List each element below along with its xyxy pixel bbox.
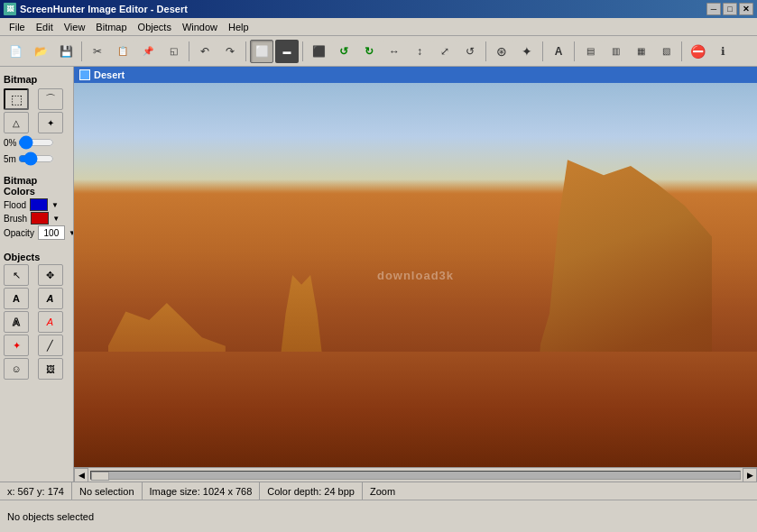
toolbar: 📄 📂 💾 ✂ 📋 📌 ◱ ↶ ↷ ⬜ ▬ ⬛ ↺ ↻ ↔ ↕ ⤢ ↺ ⊛ ✦ …: [0, 36, 757, 67]
flood-color-row: Flood ▼: [4, 198, 69, 211]
rect-select-tool[interactable]: ⬚: [4, 88, 29, 110]
scroll-thumb-h[interactable]: [91, 472, 109, 481]
tool-grid2[interactable]: ▥: [604, 40, 627, 63]
rubber-stamp-button[interactable]: ◱: [162, 40, 185, 63]
menu-bar: File Edit View Bitmap Objects Window Hel…: [0, 18, 757, 36]
brush-color-swatch[interactable]: [31, 212, 49, 225]
canvas-area: Desert download3k ◀: [74, 67, 757, 482]
coordinates-section: x: 567 y: 174: [0, 482, 72, 500]
menu-help[interactable]: Help: [223, 20, 254, 34]
scroll-right-button[interactable]: ▶: [743, 468, 757, 482]
text-button[interactable]: A: [547, 40, 570, 63]
rect-select-button[interactable]: ⬜: [250, 40, 273, 63]
info-button[interactable]: ℹ: [711, 40, 734, 63]
polygon-select-tool[interactable]: △: [4, 112, 29, 133]
image-tool[interactable]: 🖼: [38, 358, 63, 380]
rotate-ccw-button[interactable]: ↻: [357, 40, 381, 63]
app-icon: 🖼: [4, 3, 16, 15]
magic-wand-tool[interactable]: ✦: [38, 112, 63, 133]
scroll-track-h[interactable]: [90, 471, 741, 480]
text-curve-tool[interactable]: A: [38, 288, 63, 309]
bottom-panel: No objects selected: [0, 500, 757, 532]
brush-color-row: Brush ▼: [4, 212, 69, 225]
open-button[interactable]: 📂: [29, 40, 52, 63]
tool-grid1[interactable]: ▤: [578, 40, 602, 63]
objects-label: Objects: [4, 252, 69, 262]
canvas-title-bar: Desert: [74, 67, 757, 83]
paste-button[interactable]: 📌: [136, 40, 160, 63]
sep3: [245, 41, 246, 61]
menu-view[interactable]: View: [59, 20, 91, 34]
move-obj-tool[interactable]: ✥: [38, 264, 63, 286]
brush-label: Brush: [4, 214, 27, 224]
lasso-tool[interactable]: ⌒: [38, 88, 63, 110]
flood-color-swatch[interactable]: [30, 198, 48, 211]
color-adjust-button[interactable]: ⊛: [490, 40, 513, 63]
desert-image: download3k: [74, 83, 757, 467]
object-tools: ↖ ✥ A A A A ✦ ╱ ☺ 🖼: [4, 264, 69, 380]
scroll-left-button[interactable]: ◀: [74, 468, 88, 482]
menu-edit[interactable]: Edit: [31, 20, 59, 34]
menu-window[interactable]: Window: [177, 20, 223, 34]
tool-grid4[interactable]: ▧: [654, 40, 678, 63]
opacity-value-row: Opacity ▼: [4, 225, 69, 240]
opacity-percent-label: 0%: [4, 138, 16, 148]
close-button[interactable]: ✕: [739, 3, 753, 15]
smiley-tool[interactable]: ☺: [4, 358, 29, 380]
select-obj-tool[interactable]: ↖: [4, 264, 29, 286]
menu-objects[interactable]: Objects: [133, 20, 177, 34]
sep6: [542, 41, 543, 61]
opacity-value-label: Opacity: [4, 228, 34, 238]
bitmap-tools: ⬚ ⌒ △ ✦: [4, 88, 69, 133]
stop-button[interactable]: ⛔: [686, 40, 709, 63]
sep4: [302, 41, 303, 61]
flip-v-button[interactable]: ↕: [408, 40, 431, 63]
text-obj-tool[interactable]: A: [4, 288, 29, 309]
crop-button[interactable]: ⬛: [307, 40, 330, 63]
copy-button[interactable]: 📋: [111, 40, 134, 63]
flood-dropdown[interactable]: ▼: [51, 201, 59, 209]
new-button[interactable]: 📄: [4, 40, 27, 63]
bitmap-colors-label: Bitmap Colors: [4, 175, 69, 197]
canvas-container[interactable]: download3k: [74, 83, 757, 467]
size-slider[interactable]: [18, 153, 54, 164]
sep8: [681, 41, 682, 61]
tool-grid3[interactable]: ▦: [629, 40, 652, 63]
resize-button[interactable]: ⤢: [433, 40, 457, 63]
main-area: Bitmap ⬚ ⌒ △ ✦ 0% 5m Bitmap Colors Flood…: [0, 67, 757, 482]
toolbar-btn-dark[interactable]: ▬: [275, 40, 299, 63]
rotate-custom-button[interactable]: ↺: [458, 40, 482, 63]
sep2: [189, 41, 189, 61]
canvas-icon: [79, 69, 90, 80]
line-tool[interactable]: ╱: [38, 335, 63, 356]
zoom-text: Zoom: [370, 486, 395, 497]
window-controls: ─ □ ✕: [706, 3, 753, 15]
horizontal-scrollbar[interactable]: ◀ ▶: [74, 467, 757, 482]
status-bar: x: 567 y: 174 No selection Image size: 1…: [0, 482, 757, 500]
canvas-title: Desert: [94, 69, 125, 80]
menu-file[interactable]: File: [4, 20, 31, 34]
maximize-button[interactable]: □: [723, 3, 737, 15]
star-tool[interactable]: ✦: [4, 335, 29, 356]
cut-button[interactable]: ✂: [86, 40, 109, 63]
color-depth-section: Color depth: 24 bpp: [260, 482, 363, 500]
text-special-tool[interactable]: A: [38, 311, 63, 333]
size-row: 5m: [4, 153, 69, 164]
objects-status-text: No objects selected: [7, 511, 94, 522]
sep5: [485, 41, 486, 61]
effects-button[interactable]: ✦: [515, 40, 539, 63]
window-title: ScreenHunter Image Editor - Desert: [20, 4, 188, 14]
rotate-cw-button[interactable]: ↺: [332, 40, 355, 63]
text-outline-tool[interactable]: A: [4, 311, 29, 333]
save-button[interactable]: 💾: [54, 40, 78, 63]
sep1: [81, 41, 82, 61]
brush-dropdown[interactable]: ▼: [52, 215, 60, 223]
opacity-value-input[interactable]: [38, 225, 65, 240]
flip-h-button[interactable]: ↔: [383, 40, 406, 63]
menu-bitmap[interactable]: Bitmap: [90, 20, 132, 34]
undo-button[interactable]: ↶: [193, 40, 217, 63]
minimize-button[interactable]: ─: [706, 3, 721, 15]
redo-button[interactable]: ↷: [218, 40, 242, 63]
opacity-slider[interactable]: [18, 137, 54, 148]
selection-text: No selection: [79, 486, 134, 497]
